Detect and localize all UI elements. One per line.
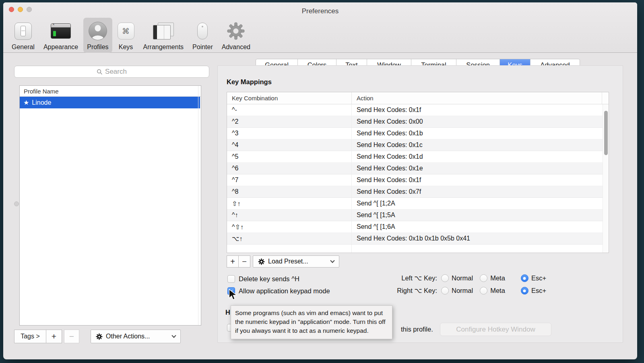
table-row[interactable]: ^-Send Hex Codes: 0x1f — [227, 104, 609, 116]
load-preset-dropdown[interactable]: Load Preset... — [253, 255, 339, 268]
keypad-mode-label: Allow application keypad mode — [239, 287, 330, 295]
add-profile-button[interactable]: + — [46, 330, 62, 343]
key-mappings-title: Key Mappings — [227, 78, 272, 86]
pane-splitter-knob[interactable] — [14, 201, 19, 206]
search-icon — [97, 69, 103, 75]
search-input[interactable]: Search — [14, 66, 209, 78]
toolbar-item-general[interactable]: General — [8, 18, 38, 53]
scrollbar-thumb[interactable] — [604, 111, 608, 155]
pointer-icon — [197, 21, 208, 41]
table-row-partial — [227, 245, 609, 253]
keys-icon: ⌘ — [118, 21, 134, 41]
table-row[interactable]: ^3Send Hex Codes: 0x1b — [227, 128, 609, 139]
right-option-key-label: Right ⌥ Key: — [388, 287, 437, 295]
right-option-meta[interactable]: Meta — [480, 287, 505, 295]
remove-mapping-button[interactable]: − — [238, 255, 250, 268]
profile-name: Linode — [32, 99, 51, 106]
key-mapping-controls: + − Load Preset... — [227, 255, 339, 268]
table-row[interactable]: ^7Send Hex Codes: 0x1f — [227, 174, 609, 186]
toolbar-item-advanced[interactable]: Advanced — [218, 18, 254, 53]
key-mappings-table: Key Combination Action ^-Send Hex Codes:… — [227, 92, 609, 253]
load-preset-label: Load Preset... — [268, 258, 308, 265]
table-row[interactable]: ^5Send Hex Codes: 0x1d — [227, 151, 609, 163]
column-header-key-combination[interactable]: Key Combination — [227, 92, 352, 104]
advanced-gear-icon — [227, 21, 245, 41]
column-divider — [198, 86, 198, 325]
profile-list: Profile Name ★ Linode — [19, 85, 201, 326]
tags-button[interactable]: Tags > — [14, 330, 46, 343]
left-option-normal[interactable]: Normal — [441, 274, 473, 282]
profiles-icon — [89, 21, 107, 41]
star-icon: ★ — [23, 99, 29, 106]
remove-profile-button[interactable]: − — [64, 330, 79, 343]
screen: { "window": { "title": "Preferences" }, … — [0, 0, 644, 363]
gear-icon — [258, 258, 265, 265]
column-header-action[interactable]: Action — [352, 92, 602, 104]
chevron-down-icon — [171, 333, 176, 338]
other-actions-label: Other Actions... — [106, 333, 150, 340]
toolbar-item-keys[interactable]: ⌘ Keys — [114, 18, 138, 53]
right-option-key-group: Right ⌥ Key: Normal Meta Esc+ — [388, 287, 546, 295]
right-option-normal[interactable]: Normal — [441, 287, 473, 295]
general-icon — [14, 21, 32, 41]
left-option-esc[interactable]: Esc+ — [521, 274, 546, 282]
table-row[interactable]: ⌥↑Send Hex Codes: 0x1b 0x1b 0x5b 0x41 — [227, 233, 609, 245]
chevron-down-icon — [330, 258, 334, 263]
gear-icon — [96, 333, 103, 340]
mouse-cursor-icon — [228, 289, 239, 301]
toolbar-item-arrangements[interactable]: Arrangements — [140, 18, 188, 53]
keypad-mode-tooltip: Some programs (such as vim and emacs) wa… — [231, 305, 392, 339]
table-scrollbar — [603, 104, 609, 253]
delete-key-label: Delete key sends ^H — [239, 275, 299, 283]
table-row[interactable]: ^4Send Hex Codes: 0x1c — [227, 139, 609, 151]
preferences-window: Preferences General Appearance Profiles … — [3, 2, 637, 359]
hotkey-heading-fragment: H — [225, 309, 230, 316]
table-row[interactable]: ^2Send Hex Codes: 0x00 — [227, 116, 609, 128]
table-row[interactable]: ^↑Send ^[ [1;5A — [227, 210, 609, 221]
hotkey-text-fragment: this profile. — [401, 326, 433, 333]
appearance-icon — [51, 21, 71, 41]
window-chrome: Preferences General Appearance Profiles … — [3, 2, 637, 53]
profile-row-linode[interactable]: ★ Linode — [20, 97, 200, 108]
sidebar-footer: Tags > + − Other Actions... — [14, 330, 191, 343]
delete-key-checkbox[interactable] — [227, 275, 235, 283]
table-row[interactable]: ^⇧↑Send ^[ [1;6A — [227, 221, 609, 233]
table-row[interactable]: ⇧↑Send ^[ [1;2A — [227, 198, 609, 210]
configure-hotkey-window-button[interactable]: Configure Hotkey Window — [440, 323, 551, 336]
delete-key-checkbox-row: Delete key sends ^H — [227, 275, 299, 283]
window-title: Preferences — [3, 7, 637, 15]
right-option-esc[interactable]: Esc+ — [521, 287, 546, 295]
left-option-key-group: Left ⌥ Key: Normal Meta Esc+ — [388, 274, 546, 282]
add-mapping-button[interactable]: + — [227, 255, 239, 268]
keypad-mode-checkbox-row: ✓ Allow application keypad mode — [227, 287, 330, 295]
profile-list-header: Profile Name — [20, 86, 201, 97]
arrangements-icon — [153, 21, 174, 41]
preferences-toolbar: General Appearance Profiles ⌘ Keys Arran… — [8, 18, 254, 53]
table-header: Key Combination Action — [227, 92, 609, 104]
search-placeholder: Search — [105, 68, 127, 76]
table-row[interactable]: ^8Send Hex Codes: 0x7f — [227, 186, 609, 198]
left-option-key-label: Left ⌥ Key: — [388, 274, 437, 282]
toolbar-item-pointer[interactable]: Pointer — [189, 18, 217, 53]
table-row[interactable]: ^6Send Hex Codes: 0x1e — [227, 163, 609, 174]
left-option-meta[interactable]: Meta — [480, 274, 505, 282]
toolbar-item-profiles[interactable]: Profiles — [83, 18, 112, 53]
other-actions-dropdown[interactable]: Other Actions... — [91, 330, 181, 343]
toolbar-item-appearance[interactable]: Appearance — [40, 18, 82, 53]
